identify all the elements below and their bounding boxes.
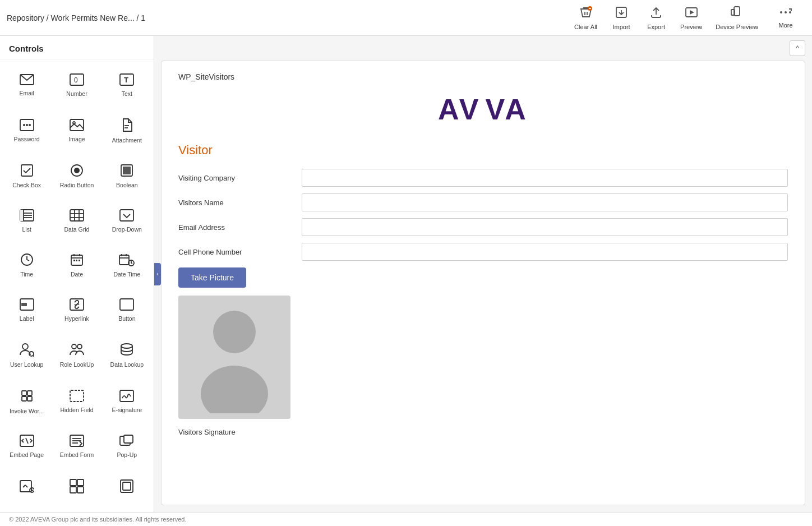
collapse-button[interactable]: ^ <box>790 40 805 56</box>
control-item-extra2[interactable] <box>52 469 101 508</box>
control-item-embedpage[interactable]: Embed Page <box>2 425 51 468</box>
svg-rect-52 <box>76 260 77 261</box>
svg-rect-93 <box>123 482 131 490</box>
form-canvas: WP_SiteVisitors AV VA Visitor Visiting C… <box>161 61 805 505</box>
import-icon <box>615 6 628 22</box>
visitors-signature-label: Visitors Signature <box>178 428 788 436</box>
extra3-ctrl-icon <box>119 479 134 496</box>
button-ctrl-label: Button <box>118 315 135 322</box>
svg-line-84 <box>23 485 25 487</box>
control-item-esignature[interactable]: E-signature <box>103 379 151 425</box>
control-item-time[interactable]: Time <box>2 243 51 288</box>
control-item-dropdown[interactable]: Drop-Down <box>103 200 151 243</box>
control-item-attachment[interactable]: Attachment <box>103 108 151 154</box>
attachment-ctrl-label: Attachment <box>112 137 142 144</box>
collapse-panel-tab[interactable]: ‹ <box>154 263 161 285</box>
import-label: Import <box>612 24 630 30</box>
list-ctrl-icon <box>20 209 34 224</box>
import-button[interactable]: Import <box>605 2 638 34</box>
control-item-popup[interactable]: Pop-Up <box>103 425 151 468</box>
device-preview-icon <box>730 6 744 22</box>
visiting-company-input[interactable] <box>302 169 788 187</box>
svg-rect-91 <box>77 487 84 493</box>
control-item-password[interactable]: Password <box>2 108 51 154</box>
userlookup-ctrl-label: User Lookup <box>10 361 44 368</box>
control-item-boolean[interactable]: Boolean <box>103 154 151 199</box>
svg-rect-53 <box>79 260 80 261</box>
control-item-embedform[interactable]: Embed Form <box>52 425 101 468</box>
control-item-datetime[interactable]: Date Time <box>103 243 151 288</box>
person-silhouette-icon <box>195 301 274 413</box>
footer: © 2022 AVEVA Group plc and its subsidiar… <box>0 512 812 526</box>
svg-point-67 <box>77 344 82 349</box>
svg-marker-8 <box>690 10 694 15</box>
boolean-ctrl-icon <box>120 164 133 179</box>
date-ctrl-label: Date <box>71 271 83 278</box>
control-item-radio[interactable]: Radio Button <box>52 154 101 199</box>
control-item-datagrid[interactable]: Data Grid <box>52 200 101 243</box>
svg-line-76 <box>26 438 28 444</box>
aveva-logo: AV VA <box>178 93 788 126</box>
section-title: Visitor <box>178 143 788 158</box>
svg-point-63 <box>22 344 28 349</box>
svg-point-68 <box>121 344 132 348</box>
device-preview-label: Device Preview <box>716 24 758 30</box>
control-item-hyperlink[interactable]: Hyperlink <box>52 289 101 332</box>
svg-point-21 <box>23 124 25 126</box>
export-button[interactable]: Export <box>640 2 672 34</box>
embedpage-ctrl-icon <box>20 435 34 449</box>
number-ctrl-label: Number <box>66 90 87 97</box>
text-ctrl-label: Text <box>122 90 132 97</box>
embedform-ctrl-icon <box>70 435 84 449</box>
extra2-ctrl-icon <box>70 479 84 496</box>
svg-point-66 <box>72 344 76 349</box>
controls-grid: Email 0 Number T Text <box>0 59 154 512</box>
invokework-ctrl-icon <box>20 389 34 405</box>
email-address-input[interactable] <box>302 218 788 236</box>
radio-ctrl-icon <box>70 164 84 179</box>
checkbox-ctrl-label: Check Box <box>12 182 41 188</box>
control-item-label[interactable]: Label <box>2 289 51 332</box>
datalookup-ctrl-icon <box>119 342 134 359</box>
control-item-invokework[interactable]: Invoke Wor... <box>2 379 51 425</box>
datagrid-ctrl-label: Data Grid <box>64 226 90 233</box>
control-item-button[interactable]: Button <box>103 289 151 332</box>
control-item-text[interactable]: T Text <box>103 64 151 107</box>
control-item-number[interactable]: 0 Number <box>52 64 101 107</box>
content-area: ‹ ^ WP_SiteVisitors AV VA <box>154 36 812 512</box>
boolean-ctrl-label: Boolean <box>116 182 138 188</box>
datetime-ctrl-label: Date Time <box>113 271 140 278</box>
esignature-ctrl-label: E-signature <box>112 407 142 413</box>
control-item-date[interactable]: Date <box>52 243 101 288</box>
more-icon <box>779 7 792 20</box>
main-layout: Controls Email 0 Number <box>0 36 812 512</box>
datalookup-ctrl-label: Data Lookup <box>110 361 144 368</box>
content-header-bar: ^ <box>154 36 812 61</box>
svg-rect-88 <box>70 479 76 486</box>
svg-rect-60 <box>21 303 27 306</box>
esignature-ctrl-icon <box>119 390 134 404</box>
export-icon <box>649 6 663 22</box>
control-item-image[interactable]: Image <box>52 108 101 154</box>
control-item-rolelookup[interactable]: Role LookUp <box>52 333 101 378</box>
control-item-email[interactable]: Email <box>2 64 51 107</box>
device-preview-button[interactable]: Device Preview <box>710 2 764 34</box>
svg-rect-90 <box>70 487 76 493</box>
visitors-name-label: Visitors Name <box>178 199 302 207</box>
clear-all-button[interactable]: Clear All <box>569 2 603 34</box>
control-item-extra3[interactable] <box>103 469 151 508</box>
visitors-name-input[interactable] <box>302 193 788 211</box>
control-item-hiddenfield[interactable]: Hidden Field <box>52 379 101 425</box>
control-item-datalookup[interactable]: Data Lookup <box>103 333 151 378</box>
control-item-checkbox[interactable]: Check Box <box>2 154 51 199</box>
take-picture-button[interactable]: Take Picture <box>178 267 246 288</box>
more-button[interactable]: More <box>766 4 805 32</box>
control-item-list[interactable]: List <box>2 200 51 243</box>
cell-phone-input[interactable] <box>302 243 788 261</box>
svg-point-14 <box>789 11 791 13</box>
control-item-extra1[interactable] <box>2 469 51 508</box>
control-item-userlookup[interactable]: User Lookup <box>2 333 51 378</box>
hyperlink-ctrl-icon <box>70 298 84 313</box>
svg-point-30 <box>74 168 80 173</box>
preview-button[interactable]: Preview <box>675 2 708 34</box>
